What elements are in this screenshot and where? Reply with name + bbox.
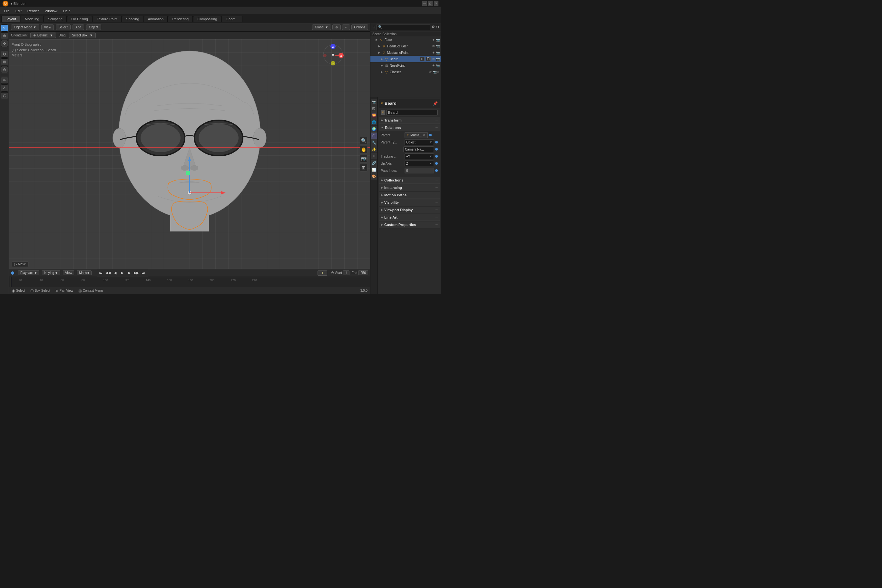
line-art-header[interactable]: ▶ Line Art ··· — [379, 214, 440, 220]
transform-dropdown[interactable]: Global ▼ — [312, 24, 332, 30]
viewport-canvas[interactable]: Front Orthographic (1) Scene Collection … — [9, 39, 370, 269]
custom-props-header[interactable]: ▶ Custom Properties ··· — [379, 222, 440, 228]
mustache-visibility[interactable]: 👁 — [432, 51, 435, 54]
tool-add[interactable]: ⬡ — [1, 92, 8, 99]
object-mode-dropdown[interactable]: Object Mode ▼ — [11, 24, 39, 30]
glasses-extra-icon[interactable]: ✏ — [437, 70, 440, 74]
viewport-display-header[interactable]: ▶ Viewport Display ··· — [379, 207, 440, 213]
tab-modeling[interactable]: Modeling — [21, 16, 44, 22]
proportional-edit[interactable]: ○ — [342, 24, 350, 30]
view-menu-timeline[interactable]: View — [63, 270, 75, 275]
current-frame[interactable]: 1 — [318, 270, 327, 276]
tool-rotate[interactable]: ↻ — [1, 51, 8, 58]
select-menu[interactable]: Select — [56, 24, 70, 30]
relations-header[interactable]: ▼ Relations ··· — [379, 124, 440, 131]
parent-chip[interactable]: ⊞ Musta... ✕ — [405, 132, 428, 138]
tab-sculpting[interactable]: Sculpting — [44, 16, 67, 22]
beard-render[interactable]: 📷 — [436, 57, 440, 61]
outliner-item-beard[interactable]: ▶ ▽ Beard ⊞ 🎞 👁 📷 — [370, 56, 441, 62]
play-button[interactable]: ▶ — [119, 270, 125, 276]
tool-move[interactable]: ✛ — [1, 40, 8, 47]
menu-edit[interactable]: Edit — [13, 8, 24, 14]
props-tab-data[interactable]: 📊 — [371, 166, 377, 173]
camera-button[interactable]: 📷 — [360, 155, 368, 162]
camera-parent-value[interactable]: Camera Pa... — [403, 146, 434, 152]
end-frame[interactable]: 250 — [358, 270, 368, 275]
pan-button[interactable]: ✋ — [360, 146, 368, 153]
playhead[interactable] — [10, 277, 11, 287]
outliner-item-mustache[interactable]: ▶ ▽ MustachePoint 👁 📷 — [370, 50, 441, 56]
tool-scale[interactable]: ⊞ — [1, 58, 8, 66]
instancing-header[interactable]: ▶ Instancing ··· — [379, 184, 440, 191]
drag-dropdown[interactable]: Select Box ▼ — [69, 33, 96, 38]
keying-menu[interactable]: Keying ▼ — [42, 270, 60, 275]
view-menu[interactable]: View — [41, 24, 54, 30]
tab-shading[interactable]: Shading — [122, 16, 143, 22]
tool-select[interactable]: ↖ — [1, 24, 8, 32]
props-tab-particles[interactable]: ✨ — [371, 146, 377, 153]
prev-keyframe[interactable]: ◀◀ — [105, 270, 111, 276]
tracking-dropdown[interactable]: +Y ▼ — [405, 153, 434, 159]
transform-header[interactable]: ▶ Transform ··· — [379, 117, 440, 123]
props-tab-constraints[interactable]: 🔗 — [371, 160, 377, 166]
glasses-visibility[interactable]: 👁 — [429, 70, 432, 74]
pin-icon[interactable]: 📌 — [433, 101, 438, 106]
timeline-ruler[interactable]: 20 40 60 80 100 120 140 160 180 200 220 … — [9, 277, 370, 287]
step-back[interactable]: ◀ — [112, 270, 118, 276]
menu-render[interactable]: Render — [25, 8, 42, 14]
viewport-area[interactable]: Object Mode ▼ View Select Add Object Glo… — [9, 23, 370, 294]
options-btn[interactable]: Options — [351, 24, 368, 30]
nose-render[interactable]: 📷 — [436, 64, 440, 68]
grid-button[interactable]: ⊞ — [360, 164, 368, 171]
orientation-dropdown[interactable]: ⊕ Default ▼ — [30, 33, 56, 38]
viewport-gizmo[interactable]: Z X Y — [322, 43, 344, 66]
props-tab-physics[interactable]: ⚛ — [371, 153, 377, 159]
snap-toggle[interactable]: ⊙ — [332, 24, 341, 30]
tool-annotate[interactable]: ✏ — [1, 77, 8, 84]
motion-paths-header[interactable]: ▶ Motion Paths ··· — [379, 192, 440, 198]
face-render-icon[interactable]: 📷 — [436, 38, 440, 42]
props-tab-output[interactable]: 🖼 — [371, 105, 377, 112]
outliner-item-head-occluder[interactable]: ▶ ▽ HeadOccluder 👁 📷 — [370, 43, 441, 50]
props-tab-material[interactable]: 🎨 — [371, 173, 377, 180]
props-tab-render[interactable]: 📷 — [371, 99, 377, 105]
up-axis-dropdown[interactable]: Z ▼ — [405, 160, 434, 166]
next-keyframe[interactable]: ▶▶ — [134, 270, 139, 276]
jump-to-end[interactable]: ⏭ — [141, 270, 146, 276]
props-tab-view-layer[interactable]: 🌄 — [371, 112, 377, 118]
outliner-sync-icon[interactable]: ⊙ — [436, 25, 439, 29]
menu-help[interactable]: Help — [61, 8, 73, 14]
outliner-item-face[interactable]: ▶ ▽ Face 👁 📷 — [370, 36, 441, 43]
tab-uv-editing[interactable]: UV Editing — [67, 16, 92, 22]
collections-header[interactable]: ▶ Collections ··· — [379, 177, 440, 183]
add-menu[interactable]: Add — [72, 24, 84, 30]
glasses-render[interactable]: 📷 — [433, 70, 436, 74]
beard-visibility[interactable]: 👁 — [432, 57, 435, 61]
head-occ-visibility[interactable]: 👁 — [432, 45, 435, 48]
mustache-render[interactable]: 📷 — [436, 51, 440, 54]
tab-animation[interactable]: Animation — [144, 16, 168, 22]
minimize-button[interactable]: — — [422, 1, 427, 6]
tab-rendering[interactable]: Rendering — [168, 16, 193, 22]
object-menu[interactable]: Object — [86, 24, 101, 30]
menu-file[interactable]: File — [1, 8, 12, 14]
face-visibility-icon[interactable]: 👁 — [432, 38, 435, 42]
outliner-item-nose[interactable]: ▶ ⊡ NosePoint 👁 📷 — [370, 62, 441, 69]
props-tab-world[interactable]: 🌍 — [371, 126, 377, 132]
maximize-button[interactable]: □ — [428, 1, 433, 6]
menu-window[interactable]: Window — [42, 8, 60, 14]
outliner-item-glasses[interactable]: ▶ ▽ Glasses 👁 📷 ✏ — [370, 69, 441, 75]
parent-remove-btn[interactable]: ✕ — [423, 134, 426, 136]
tab-texture-paint[interactable]: Texture Paint — [93, 16, 122, 22]
outliner-search[interactable] — [376, 24, 430, 30]
props-tab-scene[interactable]: 🌐 — [371, 119, 377, 125]
props-tab-object[interactable]: ⬡ — [371, 132, 377, 139]
tool-transform[interactable]: ⊙ — [1, 66, 8, 73]
playback-menu[interactable]: Playback ▼ — [18, 270, 39, 275]
props-tab-modifiers[interactable]: 🔧 — [371, 139, 377, 146]
tab-geometry[interactable]: Geom... — [222, 16, 242, 22]
tool-cursor[interactable]: ⊕ — [1, 32, 8, 39]
title-bar-controls[interactable]: — □ ✕ — [422, 1, 438, 6]
marker-menu[interactable]: Marker — [77, 270, 91, 275]
pass-index-value[interactable]: 0 — [405, 168, 434, 173]
